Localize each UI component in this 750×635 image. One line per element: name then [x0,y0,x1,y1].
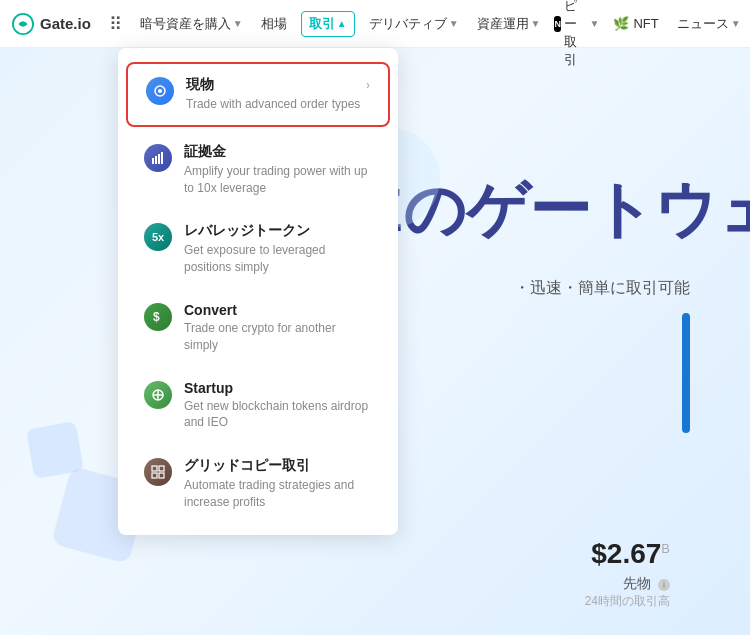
spot-desc: Trade with advanced order types [186,96,370,113]
nav-item-buy-crypto[interactable]: 暗号資産を購入 ▼ [136,11,247,37]
hero-subtitle: ・迅速・簡単に取引可能 [514,278,690,299]
price-label: 先物 i [623,575,670,593]
svg-rect-5 [158,154,160,164]
spot-icon [146,77,174,105]
menu-item-grid-copy[interactable]: グリッドコピー取引 Automate trading strategies an… [126,445,390,523]
grid-copy-content: グリッドコピー取引 Automate trading strategies an… [184,457,372,511]
convert-desc: Trade one crypto for another simply [184,320,372,354]
logo[interactable]: Gate.io [12,13,91,35]
menu-item-leverage-token[interactable]: 5x レバレッジトークン Get exposure to leveraged p… [126,210,390,288]
menu-item-margin[interactable]: 証拠金 Amplify your trading power with up t… [126,131,390,209]
startup-title: Startup [184,380,372,396]
notion-icon: N [554,16,561,32]
nav-item-trade[interactable]: 取引 ▲ [301,11,355,37]
startup-content: Startup Get new blockchain tokens airdro… [184,380,372,432]
svg-rect-13 [159,466,164,471]
svg-text:$: $ [153,310,160,324]
nav-item-derivatives[interactable]: デリバティブ ▼ [365,11,463,37]
grid-copy-desc: Automate trading strategies and increase… [184,477,372,511]
svg-rect-12 [152,466,157,471]
chevron-down-icon: ▼ [233,18,243,29]
leverage-token-content: レバレッジトークン Get exposure to leveraged posi… [184,222,372,276]
svg-rect-15 [159,473,164,478]
startup-desc: Get new blockchain tokens airdrop and IE… [184,398,372,432]
margin-content: 証拠金 Amplify your trading power with up t… [184,143,372,197]
convert-icon: $ [144,303,172,331]
chevron-down-icon: ▼ [449,18,459,29]
margin-desc: Amplify your trading power with up to 10… [184,163,372,197]
menu-item-convert[interactable]: $ Convert Trade one crypto for another s… [126,290,390,366]
nft-leaf-icon: 🌿 [613,16,629,31]
nav-item-copy-trade[interactable]: N コピー取引 ▼ [554,0,599,69]
convert-content: Convert Trade one crypto for another sim… [184,302,372,354]
chevron-down-icon: ▼ [531,18,541,29]
svg-rect-4 [155,156,157,164]
margin-icon [144,144,172,172]
grid-copy-icon [144,458,172,486]
chevron-up-icon: ▲ [337,18,347,29]
nav-item-earn[interactable]: 資産運用 ▼ [473,11,545,37]
navbar: Gate.io ⠿ 暗号資産を購入 ▼ 相場 取引 ▲ デリバティブ ▼ 資産運… [0,0,750,48]
leverage-token-desc: Get exposure to leveraged positions simp… [184,242,372,276]
svg-text:5x: 5x [152,231,165,243]
logo-icon [12,13,34,35]
price-display: $2.67B [591,538,670,570]
chevron-down-icon: ▼ [731,18,741,29]
spot-content: 現物 › Trade with advanced order types [186,76,370,113]
logo-text: Gate.io [40,15,91,32]
blue-bar-decoration [682,313,690,433]
convert-title: Convert [184,302,372,318]
nav-item-market[interactable]: 相場 [257,11,291,37]
svg-point-2 [158,89,162,93]
price-sublabel: 24時間の取引高 [585,593,670,610]
svg-rect-6 [161,152,163,164]
svg-rect-3 [152,158,154,164]
startup-icon [144,381,172,409]
nav-item-nft[interactable]: 🌿 NFT [609,12,662,35]
decoration-shape-2 [26,421,84,479]
info-icon: i [658,579,670,591]
chevron-right-icon: › [366,78,370,92]
grid-icon[interactable]: ⠿ [109,13,122,35]
svg-rect-14 [152,473,157,478]
grid-copy-title: グリッドコピー取引 [184,457,372,475]
leverage-token-title: レバレッジトークン [184,222,372,240]
spot-title: 現物 › [186,76,370,94]
margin-title: 証拠金 [184,143,372,161]
menu-item-startup[interactable]: Startup Get new blockchain tokens airdro… [126,368,390,444]
chevron-down-icon: ▼ [589,18,599,29]
leverage-token-icon: 5x [144,223,172,251]
menu-item-spot[interactable]: 現物 › Trade with advanced order types [126,62,390,127]
nav-item-news[interactable]: ニュース ▼ [673,11,745,37]
trade-dropdown-menu: 現物 › Trade with advanced order types 証拠金… [118,48,398,535]
